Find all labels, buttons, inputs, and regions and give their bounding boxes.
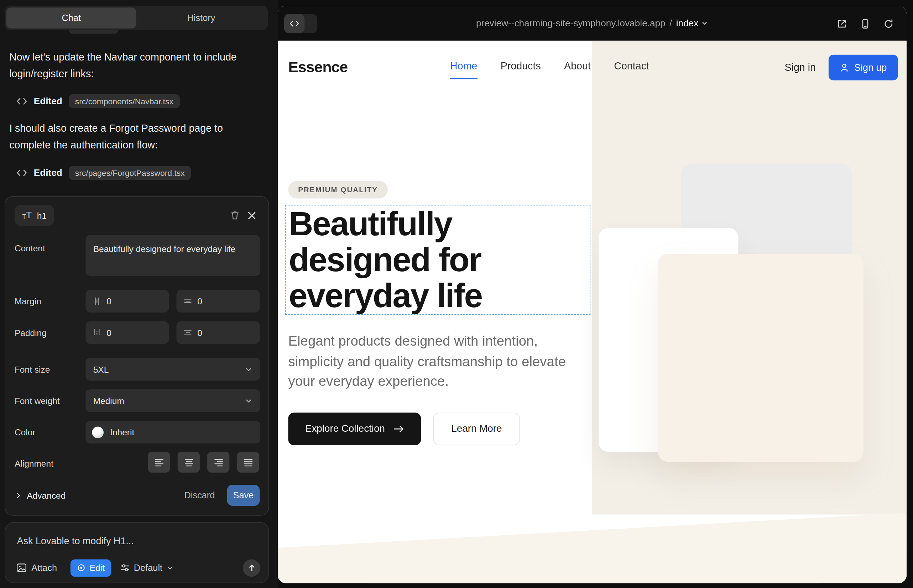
font-size-select[interactable]: 5XL <box>86 358 260 381</box>
edited-label: Edited <box>34 96 62 107</box>
chat-composer: Ask Lovable to modify H1... Attach Edit <box>5 522 269 583</box>
composer-input[interactable]: Ask Lovable to modify H1... <box>17 535 134 546</box>
margin-x-value: 0 <box>197 296 202 306</box>
edit-mode-button[interactable]: Edit <box>71 559 111 577</box>
edited-label: Edited <box>34 168 62 178</box>
composer-toolbar: Attach Edit Default <box>16 559 260 577</box>
address-bar: preview--charming-site-symphony.lovable.… <box>278 6 907 40</box>
chat-message: I should also create a Forgot Password p… <box>9 120 261 154</box>
margin-vertical-icon <box>92 297 102 306</box>
chevron-down-icon <box>244 365 253 373</box>
model-default-button[interactable]: Default <box>120 562 174 573</box>
margin-label: Margin <box>15 296 41 306</box>
preview-pane: preview--charming-site-symphony.lovable.… <box>278 6 907 583</box>
arrow-right-icon <box>393 425 404 433</box>
alignment-label: Alignment <box>15 459 53 469</box>
hero-paragraph: Elegant products designed with intention… <box>288 331 575 391</box>
image-icon <box>16 563 27 573</box>
edited-file-row: Edited src/components/Navbar.tsx <box>16 93 180 110</box>
color-label: Color <box>15 427 36 437</box>
font-weight-label: Font weight <box>15 396 60 406</box>
alignment-button-group <box>148 452 259 473</box>
attach-button[interactable]: Attach <box>16 562 57 573</box>
page-name: index <box>676 18 699 29</box>
margin-x-input[interactable]: 0 <box>176 290 260 312</box>
hero-cta-row: Explore Collection Learn More <box>288 412 520 445</box>
editor-header: TT h1 <box>15 204 260 226</box>
color-swatch-icon <box>92 426 104 438</box>
code-icon <box>16 169 28 177</box>
tab-history[interactable]: History <box>136 8 266 29</box>
cta-primary-label: Explore Collection <box>305 423 385 435</box>
arrow-up-icon <box>247 564 256 572</box>
default-label: Default <box>134 562 162 573</box>
attach-label: Attach <box>31 562 57 573</box>
hero-section: PREMIUM QUALITY Beautifully designed for… <box>278 40 907 583</box>
panel-tabs: Chat History <box>5 6 268 30</box>
preview-url[interactable]: preview--charming-site-symphony.lovable.… <box>476 18 665 29</box>
element-tag-pill[interactable]: TT h1 <box>15 205 55 226</box>
explore-collection-button[interactable]: Explore Collection <box>288 412 421 445</box>
color-select[interactable]: Inherit <box>86 421 260 444</box>
padding-horizontal-icon <box>183 328 192 337</box>
content-label: Content <box>15 244 45 254</box>
edit-label: Edit <box>90 563 105 573</box>
refresh-button[interactable] <box>882 17 895 30</box>
font-size-value: 5XL <box>93 365 109 375</box>
file-badge[interactable]: src/components/Navbar.tsx <box>69 94 180 108</box>
font-weight-value: Medium <box>93 396 124 406</box>
padding-label: Padding <box>15 328 47 338</box>
edit-target-icon <box>77 564 86 572</box>
save-button[interactable]: Save <box>227 485 260 506</box>
padding-y-value: 0 <box>107 328 112 338</box>
color-value: Inherit <box>110 427 134 437</box>
element-tag-label: h1 <box>37 210 47 220</box>
selected-element-outline[interactable]: Beautifully designed for everyday life <box>285 205 590 315</box>
page-selector[interactable]: index <box>676 18 708 29</box>
tab-chat[interactable]: Chat <box>6 8 136 29</box>
chevron-down-icon <box>701 20 708 27</box>
mobile-view-button[interactable] <box>859 17 872 30</box>
align-right-button[interactable] <box>207 452 229 473</box>
close-editor-button[interactable] <box>244 207 260 223</box>
advanced-toggle[interactable]: Advanced <box>15 491 66 501</box>
code-icon <box>16 97 28 105</box>
sliders-icon <box>120 563 130 573</box>
discard-button[interactable]: Discard <box>184 490 215 501</box>
app-stage: Chat History Now let's update the Navbar… <box>0 0 913 588</box>
preview-site: Essence Home Products About Contact Sign… <box>278 40 907 583</box>
align-center-button[interactable] <box>178 452 200 473</box>
preview-toolbar: preview--charming-site-symphony.lovable.… <box>278 6 907 40</box>
quality-badge: PREMIUM QUALITY <box>288 181 387 199</box>
delete-element-button[interactable] <box>227 207 243 224</box>
advanced-label: Advanced <box>27 491 66 501</box>
align-left-button[interactable] <box>148 452 170 473</box>
send-button[interactable] <box>243 559 260 577</box>
hero-heading[interactable]: Beautifully designed for everyday life <box>289 205 589 313</box>
font-weight-select[interactable]: Medium <box>86 389 260 412</box>
chevron-down-icon <box>244 396 253 405</box>
padding-vertical-icon <box>92 328 102 337</box>
editor-footer: Advanced Discard Save <box>15 484 260 506</box>
align-justify-button[interactable] <box>237 452 259 473</box>
chevron-right-icon <box>15 491 22 499</box>
element-editor-panel: TT h1 Content Beautifully designed for e… <box>5 196 269 516</box>
margin-horizontal-icon <box>183 297 192 306</box>
margin-y-value: 0 <box>107 296 112 306</box>
path-separator: / <box>669 18 672 29</box>
toolbar-actions <box>836 14 895 33</box>
padding-x-input[interactable]: 0 <box>176 321 260 344</box>
learn-more-button[interactable]: Learn More <box>433 412 520 445</box>
chevron-down-icon <box>167 564 174 571</box>
file-badge[interactable]: src/pages/ForgotPassword.tsx <box>69 166 191 180</box>
font-size-label: Font size <box>15 365 50 375</box>
chat-message: Now let's update the Navbar component to… <box>9 49 261 82</box>
text-type-icon: TT <box>22 211 32 220</box>
edited-file-row: Edited src/pages/ForgotPassword.tsx <box>16 165 191 181</box>
chat-panel: Chat History Now let's update the Navbar… <box>0 0 278 588</box>
padding-x-value: 0 <box>197 328 202 338</box>
margin-y-input[interactable]: 0 <box>86 290 169 312</box>
open-in-new-tab-button[interactable] <box>836 17 848 30</box>
padding-y-input[interactable]: 0 <box>86 321 169 344</box>
content-input[interactable]: Beautifully designed for everyday life <box>86 235 260 276</box>
